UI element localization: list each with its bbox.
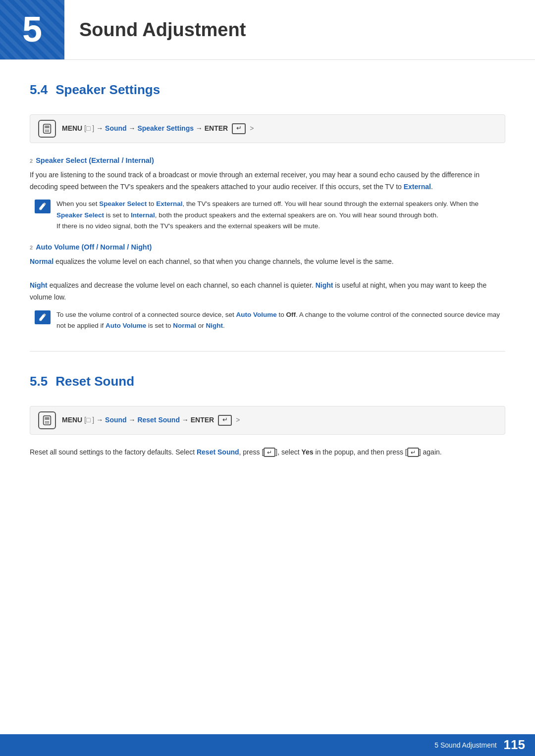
- gt-54: >: [250, 123, 254, 134]
- page-footer: 5 Sound Adjustment 115: [0, 734, 535, 756]
- menu-icon-54: [38, 120, 56, 138]
- page-content: 5.4 Speaker Settings MENU [□ ] → Sound →…: [0, 80, 535, 503]
- section-54-title: Speaker Settings: [55, 80, 160, 101]
- note-icon-2: [35, 310, 51, 324]
- svg-point-17: [48, 422, 49, 423]
- svg-point-12: [45, 421, 46, 422]
- enter-icon-55: ↵: [218, 415, 232, 426]
- remote-icon-2: [42, 415, 53, 426]
- menu-path-text-54: MENU [□ ] → Sound → Speaker Settings → E…: [62, 123, 228, 134]
- section-55-heading: 5.5 Reset Sound: [30, 371, 505, 392]
- reset-sound-body: Reset all sound settings to the factory …: [30, 447, 505, 458]
- speaker-select-note-text: When you set Speaker Select to External,…: [56, 199, 505, 232]
- svg-point-15: [45, 422, 46, 423]
- speaker-select-note: When you set Speaker Select to External,…: [30, 199, 505, 232]
- auto-volume-body: Normal equalizes the volume level on eac…: [30, 256, 505, 303]
- note-icon-1: [35, 200, 51, 213]
- svg-point-2: [45, 129, 46, 130]
- speaker-select-title: 2 Speaker Select (External / Internal): [30, 155, 505, 166]
- section-divider: [30, 351, 505, 352]
- pencil-note-icon: [38, 202, 47, 210]
- svg-point-16: [47, 422, 48, 423]
- remote-icon: [42, 123, 53, 134]
- menu-path-text-55: MENU [□ ] → Sound → Reset Sound → ENTER: [62, 414, 214, 425]
- footer-label: 5 Sound Adjustment: [434, 740, 496, 751]
- section-54-heading: 5.4 Speaker Settings: [30, 80, 505, 101]
- svg-point-14: [48, 421, 49, 422]
- menu-icon-55: [38, 411, 56, 429]
- svg-rect-1: [45, 125, 49, 128]
- pencil-note-icon-2: [38, 313, 47, 321]
- svg-rect-11: [45, 417, 49, 420]
- svg-point-6: [47, 131, 48, 132]
- auto-volume-title: 2 Auto Volume (Off / Normal / Night): [30, 242, 505, 253]
- svg-point-13: [47, 421, 48, 422]
- speaker-select-body: If you are listening to the sound track …: [30, 169, 505, 193]
- chapter-title: Sound Adjustment: [79, 15, 246, 45]
- enter-icon-54: ↵: [232, 123, 246, 134]
- svg-point-3: [47, 129, 48, 130]
- chapter-number: 5: [22, 1, 42, 58]
- chapter-number-box: 5: [0, 0, 64, 59]
- section-55-number: 5.5: [30, 371, 48, 392]
- svg-point-5: [45, 131, 46, 132]
- footer-page: 115: [504, 735, 525, 756]
- section-54-number: 5.4: [30, 80, 48, 101]
- menu-path-54: MENU [□ ] → Sound → Speaker Settings → E…: [30, 114, 505, 143]
- page-header: 5 Sound Adjustment: [0, 0, 535, 60]
- sub-item-auto-volume: 2 Auto Volume (Off / Normal / Night) Nor…: [30, 242, 505, 331]
- auto-volume-note: To use the volume control of a connected…: [30, 309, 505, 332]
- section-55-title: Reset Sound: [55, 371, 134, 392]
- svg-point-4: [48, 129, 49, 130]
- chapter-title-box: Sound Adjustment: [64, 0, 261, 59]
- auto-volume-note-text: To use the volume control of a connected…: [56, 309, 505, 332]
- svg-point-7: [48, 131, 49, 132]
- gt-55: >: [236, 414, 240, 425]
- sub-item-speaker-select: 2 Speaker Select (External / Internal) I…: [30, 155, 505, 232]
- menu-path-55: MENU [□ ] → Sound → Reset Sound → ENTER …: [30, 406, 505, 435]
